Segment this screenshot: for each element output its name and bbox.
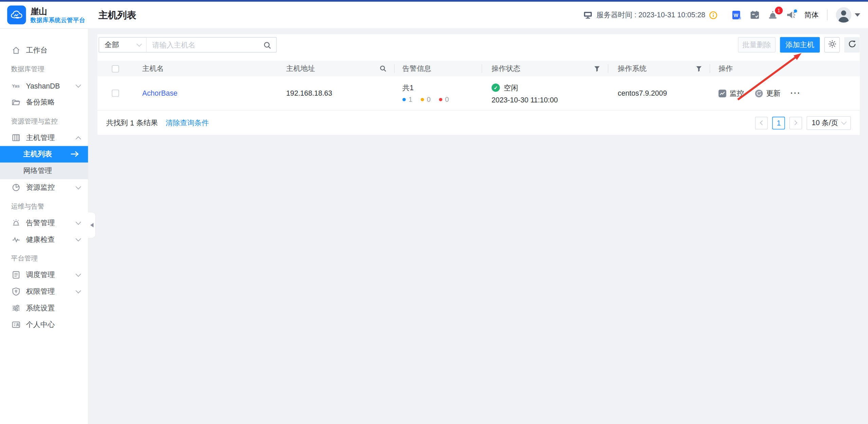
home-icon bbox=[11, 46, 21, 55]
server-time-text: 服务器时间 : 2023-10-31 10:05:28 bbox=[596, 10, 705, 20]
add-host-button[interactable]: 添加主机 bbox=[780, 37, 820, 53]
word-doc-icon[interactable]: W bbox=[732, 10, 742, 20]
host-list-card: 全部 批量删除 添加主机 bbox=[97, 34, 860, 135]
sidebar-item-host-management[interactable]: 主机管理 bbox=[0, 130, 88, 146]
chevron-down-icon bbox=[76, 219, 81, 225]
error-dot bbox=[439, 98, 442, 101]
search-input[interactable] bbox=[147, 38, 276, 52]
monitor-action[interactable]: 监控 bbox=[719, 88, 744, 98]
alert-info-cell: 共1 1 0 0 bbox=[403, 83, 482, 103]
filter-funnel-icon[interactable] bbox=[594, 65, 600, 73]
select-all-checkbox[interactable] bbox=[112, 65, 119, 72]
sidebar-item-health-check[interactable]: 健康检查 bbox=[0, 231, 88, 248]
next-page-button[interactable] bbox=[790, 116, 802, 129]
column-search-icon[interactable] bbox=[380, 65, 387, 73]
siren-icon bbox=[11, 218, 21, 228]
cloud-logo-icon bbox=[7, 5, 26, 24]
result-summary: 共找到 1 条结果 bbox=[106, 118, 158, 128]
warning-dot bbox=[421, 98, 424, 101]
sidebar-item-personal-center[interactable]: 个人中心 bbox=[0, 316, 88, 333]
chevron-down-icon bbox=[841, 119, 847, 124]
announcement-speaker-icon[interactable] bbox=[786, 11, 796, 19]
status-cell: ✓ 空闲 2023-10-30 11:10:00 bbox=[492, 83, 608, 104]
sidebar-item-permission-management[interactable]: 权限管理 bbox=[0, 283, 88, 300]
info-icon[interactable] bbox=[709, 11, 717, 19]
col-os: 操作系统 bbox=[608, 61, 710, 76]
pie-icon bbox=[11, 183, 21, 192]
chevron-down-icon bbox=[76, 236, 81, 242]
sidebar-item-backup-policy[interactable]: 备份策略 bbox=[0, 94, 88, 111]
settings-button[interactable] bbox=[824, 37, 840, 53]
col-op-status: 操作状态 bbox=[482, 61, 608, 76]
filter-select[interactable]: 全部 bbox=[99, 38, 147, 52]
os-cell: centos7.9.2009 bbox=[608, 89, 710, 97]
app-viewport: 崖山 数据库系统云管平台 主机列表 服务器时间 : 2023-10-31 10:… bbox=[0, 0, 868, 424]
app-header: 崖山 数据库系统云管平台 主机列表 服务器时间 : 2023-10-31 10:… bbox=[0, 2, 868, 29]
filter-funnel-icon[interactable] bbox=[696, 65, 702, 73]
update-refresh-icon bbox=[755, 89, 763, 97]
sidebar-section-database: 数据库管理 bbox=[0, 59, 88, 77]
clear-filters-link[interactable]: 清除查询条件 bbox=[166, 118, 209, 128]
sidebar-subitem-network[interactable]: 网络管理 bbox=[0, 162, 88, 179]
doc-icon bbox=[11, 270, 21, 280]
pagination: 1 10 条/页 bbox=[755, 116, 851, 130]
host-name-link[interactable]: AchorBase bbox=[142, 89, 178, 97]
filter-group: 全部 bbox=[98, 37, 277, 53]
brand-name: 崖山 bbox=[31, 7, 85, 16]
chevron-up-icon bbox=[76, 136, 81, 141]
sidebar-section-platform: 平台管理 bbox=[0, 248, 88, 267]
sidebar-collapse-handle[interactable] bbox=[88, 212, 96, 238]
chevron-down-icon bbox=[76, 82, 81, 88]
sidebar-item-yashandb[interactable]: Yas YashanDB bbox=[0, 77, 88, 94]
table-row: AchorBase 192.168.18.63 共1 1 0 0 bbox=[97, 76, 860, 111]
sidebar-subitem-host-list[interactable]: 主机列表 bbox=[0, 146, 88, 163]
language-switcher[interactable]: 简体 bbox=[804, 10, 818, 20]
sidebar: 工作台 数据库管理 Yas YashanDB 备份策略 资源管理与监控 主机管理… bbox=[0, 29, 89, 424]
task-calendar-icon[interactable] bbox=[750, 11, 760, 19]
user-menu[interactable] bbox=[836, 7, 860, 23]
sidebar-section-resources: 资源管理与监控 bbox=[0, 111, 88, 129]
sidebar-section-ops-alerts: 运维与告警 bbox=[0, 196, 88, 214]
result-count: 1 bbox=[130, 119, 134, 127]
alert-total: 共1 bbox=[403, 83, 482, 93]
page-title: 主机列表 bbox=[98, 8, 136, 21]
status-success-icon: ✓ bbox=[492, 83, 500, 92]
refresh-button[interactable] bbox=[844, 37, 860, 53]
update-action[interactable]: 更新 bbox=[755, 88, 780, 98]
col-host-address: 主机地址 bbox=[277, 61, 394, 76]
more-actions-icon[interactable]: ··· bbox=[791, 89, 801, 97]
chart-icon bbox=[719, 89, 726, 97]
chevron-down-icon bbox=[76, 184, 81, 189]
monitor-icon bbox=[584, 11, 592, 19]
sidebar-item-schedule-management[interactable]: 调度管理 bbox=[0, 267, 88, 283]
header-divider bbox=[827, 9, 828, 21]
row-checkbox[interactable] bbox=[112, 90, 119, 97]
chevron-down-icon bbox=[76, 271, 81, 277]
info-dot bbox=[403, 98, 406, 101]
server-time: 服务器时间 : 2023-10-31 10:05:28 bbox=[584, 10, 717, 20]
col-alert-info: 告警信息 bbox=[394, 61, 482, 76]
sidebar-item-system-settings[interactable]: 系统设置 bbox=[0, 300, 88, 316]
host-address-cell: 192.168.18.63 bbox=[277, 89, 394, 97]
status-time: 2023-10-30 11:10:00 bbox=[492, 95, 608, 103]
refresh-icon bbox=[848, 40, 856, 50]
page-size-select[interactable]: 10 条/页 bbox=[807, 116, 851, 130]
alarm-badge: 1 bbox=[775, 7, 783, 15]
sliders-icon bbox=[11, 303, 21, 313]
status-label: 空闲 bbox=[504, 83, 518, 93]
search-icon[interactable] bbox=[263, 41, 271, 51]
alarm-bell-icon[interactable]: 1 bbox=[768, 11, 778, 19]
current-page[interactable]: 1 bbox=[772, 116, 785, 129]
yashandb-icon: Yas bbox=[11, 81, 21, 91]
folder-icon bbox=[11, 98, 21, 107]
brand-logo-block[interactable]: 崖山 数据库系统云管平台 bbox=[0, 5, 89, 24]
table-footer: 共找到 1 条结果 清除查询条件 1 10 条/页 bbox=[97, 111, 860, 135]
shield-icon bbox=[11, 287, 21, 296]
sidebar-item-resource-monitor[interactable]: 资源监控 bbox=[0, 179, 88, 196]
sidebar-item-alert-management[interactable]: 告警管理 bbox=[0, 215, 88, 231]
sidebar-item-workbench[interactable]: 工作台 bbox=[0, 42, 88, 59]
batch-delete-button[interactable]: 批量删除 bbox=[738, 37, 776, 53]
collapse-left-icon bbox=[90, 223, 93, 227]
prev-page-button[interactable] bbox=[755, 116, 768, 129]
top-accent-strip bbox=[0, 0, 868, 2]
